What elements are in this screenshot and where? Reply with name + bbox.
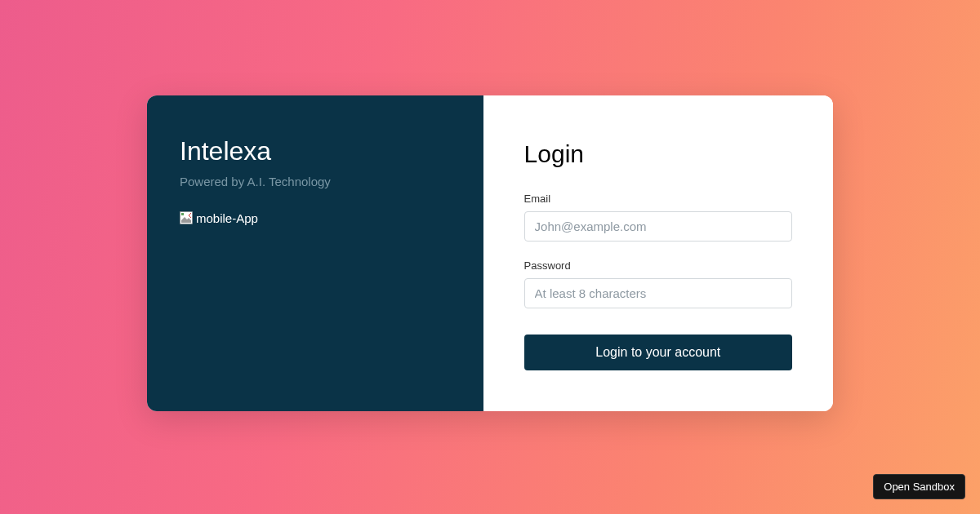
- broken-image-icon: [180, 211, 193, 224]
- open-sandbox-button[interactable]: Open Sandbox: [873, 474, 965, 499]
- email-label: Email: [524, 193, 792, 205]
- password-label: Password: [524, 259, 792, 272]
- brand-image-alt: mobile-App: [196, 211, 258, 225]
- login-panel: Login Email Password Login to your accou…: [483, 95, 833, 411]
- password-group: Password: [524, 259, 792, 308]
- email-group: Email: [524, 193, 792, 241]
- brand-subtitle: Powered by A.I. Technology: [180, 175, 451, 188]
- login-card: Intelexa Powered by A.I. Technology mobi…: [147, 95, 833, 411]
- login-title: Login: [524, 140, 792, 168]
- brand-image: mobile-App: [180, 211, 451, 225]
- login-button[interactable]: Login to your account: [524, 335, 792, 370]
- brand-panel: Intelexa Powered by A.I. Technology mobi…: [147, 95, 483, 411]
- password-field[interactable]: [524, 278, 792, 308]
- email-field[interactable]: [524, 211, 792, 241]
- brand-title: Intelexa: [180, 136, 451, 166]
